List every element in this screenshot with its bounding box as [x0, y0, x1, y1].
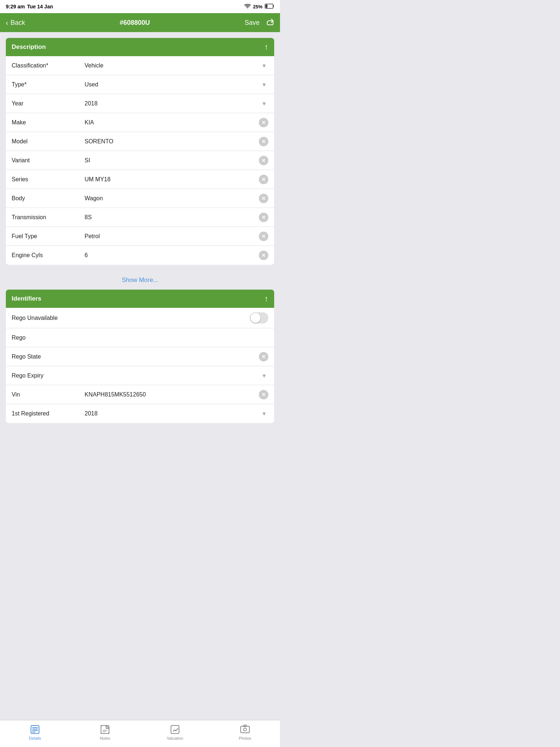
- rego-label: Rego: [12, 334, 85, 341]
- battery-icon: [265, 4, 274, 10]
- make-clear-button[interactable]: ✕: [259, 118, 268, 127]
- make-value: KIA: [85, 119, 255, 126]
- rego-expiry-row: Rego Expiry: [6, 366, 274, 385]
- classification-chevron-icon[interactable]: [260, 61, 268, 70]
- series-label: Series: [12, 176, 85, 183]
- first-registered-label: 1st Registered: [12, 410, 85, 417]
- identifiers-section: Identifiers ↑ Rego Unavailable Rego Rego…: [6, 290, 274, 423]
- rego-expiry-label: Rego Expiry: [12, 372, 85, 379]
- fuel-type-clear-button[interactable]: ✕: [259, 232, 268, 241]
- classification-label: Classification*: [12, 62, 85, 69]
- transmission-clear-button[interactable]: ✕: [259, 213, 268, 222]
- identifiers-header: Identifiers ↑: [6, 290, 274, 308]
- engine-cyls-label: Engine Cyls: [12, 252, 85, 259]
- make-row: Make KIA ✕: [6, 113, 274, 132]
- fuel-type-value: Petrol: [85, 233, 255, 240]
- transmission-value: 8S: [85, 214, 255, 221]
- classification-value: Vehicle: [85, 62, 256, 69]
- variant-value: SI: [85, 157, 255, 164]
- series-value: UM MY18: [85, 176, 255, 183]
- engine-cyls-clear-button[interactable]: ✕: [259, 251, 268, 260]
- body-label: Body: [12, 195, 85, 202]
- wifi-icon: [244, 4, 251, 10]
- status-bar: 9:29 am Tue 14 Jan 25%: [0, 0, 280, 13]
- identifiers-collapse-icon[interactable]: ↑: [264, 294, 268, 303]
- type-value: Used: [85, 81, 256, 88]
- back-button[interactable]: ‹ Back: [6, 19, 25, 27]
- rego-expiry-chevron-icon[interactable]: [260, 371, 268, 380]
- status-bar-left: 9:29 am Tue 14 Jan: [6, 4, 53, 9]
- status-time: 9:29 am: [6, 4, 25, 9]
- save-button[interactable]: Save: [245, 19, 260, 27]
- vin-row: Vin KNAPH815MK5512650 ✕: [6, 385, 274, 404]
- vin-value: KNAPH815MK5512650: [85, 391, 255, 398]
- variant-row: Variant SI ✕: [6, 151, 274, 170]
- back-label: Back: [11, 19, 25, 27]
- page-title: #608800U: [120, 19, 150, 27]
- make-label: Make: [12, 119, 85, 126]
- type-row: Type* Used: [6, 75, 274, 94]
- svg-rect-2: [273, 5, 274, 7]
- vin-label: Vin: [12, 391, 85, 398]
- type-label: Type*: [12, 81, 85, 88]
- engine-cyls-row: Engine Cyls 6 ✕: [6, 246, 274, 265]
- back-chevron-icon: ‹: [6, 19, 8, 27]
- rego-state-label: Rego State: [12, 353, 85, 360]
- rego-unavailable-row: Rego Unavailable: [6, 308, 274, 328]
- identifiers-title: Identifiers: [12, 295, 41, 302]
- transmission-label: Transmission: [12, 214, 85, 221]
- body-value: Wagon: [85, 195, 255, 202]
- nav-actions: Save: [245, 18, 274, 28]
- content: Description ↑ Classification* Vehicle Ty…: [0, 32, 280, 462]
- year-value: 2018: [85, 100, 256, 107]
- share-button[interactable]: [266, 18, 274, 28]
- rego-state-row: Rego State ✕: [6, 347, 274, 366]
- fuel-type-row: Fuel Type Petrol ✕: [6, 227, 274, 246]
- first-registered-value: 2018: [85, 410, 256, 417]
- year-row: Year 2018: [6, 94, 274, 113]
- rego-unavailable-label: Rego Unavailable: [12, 315, 85, 321]
- series-clear-button[interactable]: ✕: [259, 175, 268, 184]
- fuel-type-label: Fuel Type: [12, 233, 85, 240]
- year-label: Year: [12, 100, 85, 107]
- model-row: Model SORENTO ✕: [6, 132, 274, 151]
- series-row: Series UM MY18 ✕: [6, 170, 274, 189]
- first-registered-row: 1st Registered 2018: [6, 404, 274, 423]
- first-registered-chevron-icon[interactable]: [260, 409, 268, 418]
- body-row: Body Wagon ✕: [6, 189, 274, 208]
- model-label: Model: [12, 138, 85, 145]
- vin-clear-button[interactable]: ✕: [259, 390, 268, 399]
- description-header: Description ↑: [6, 38, 274, 56]
- model-value: SORENTO: [85, 138, 255, 145]
- status-date: Tue 14 Jan: [27, 4, 53, 9]
- rego-row: Rego: [6, 328, 274, 347]
- description-title: Description: [12, 43, 46, 51]
- show-more-button[interactable]: Show More...: [6, 271, 274, 290]
- model-clear-button[interactable]: ✕: [259, 137, 268, 146]
- battery-level: 25%: [253, 4, 262, 9]
- type-chevron-icon[interactable]: [260, 80, 268, 89]
- status-bar-right: 25%: [244, 4, 274, 10]
- toggle-knob: [250, 313, 260, 323]
- classification-row: Classification* Vehicle: [6, 56, 274, 75]
- engine-cyls-value: 6: [85, 252, 255, 259]
- year-chevron-icon[interactable]: [260, 99, 268, 108]
- svg-rect-1: [266, 4, 268, 8]
- rego-state-clear-button[interactable]: ✕: [259, 352, 268, 361]
- description-section: Description ↑ Classification* Vehicle Ty…: [6, 38, 274, 265]
- description-collapse-icon[interactable]: ↑: [264, 42, 268, 52]
- variant-clear-button[interactable]: ✕: [259, 156, 268, 165]
- body-clear-button[interactable]: ✕: [259, 194, 268, 203]
- nav-bar: ‹ Back #608800U Save: [0, 13, 280, 32]
- variant-label: Variant: [12, 157, 85, 164]
- transmission-row: Transmission 8S ✕: [6, 208, 274, 227]
- rego-unavailable-toggle[interactable]: [250, 312, 268, 324]
